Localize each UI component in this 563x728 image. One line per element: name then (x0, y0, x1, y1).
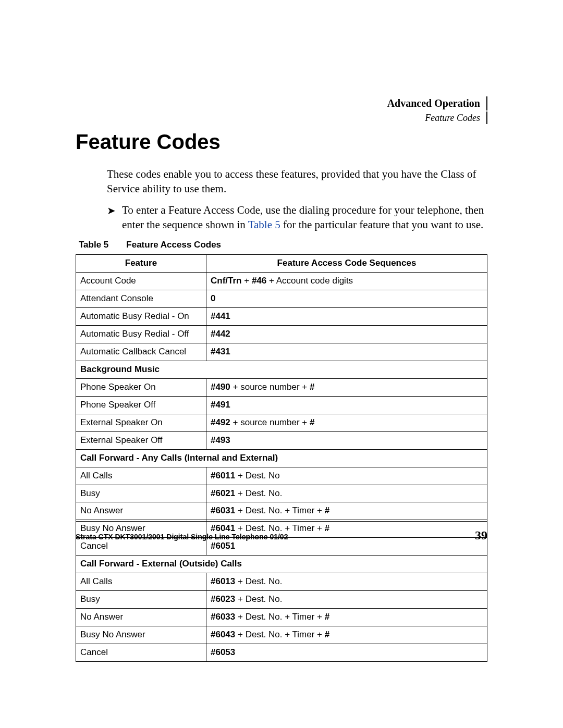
table-caption-label: Table 5 (79, 240, 108, 250)
feature-cell: External Speaker Off (76, 431, 206, 449)
feature-cell: No Answer (76, 609, 206, 626)
feature-cell: Cancel (76, 644, 206, 661)
table-section-header: Call Forward - External (Outside) Calls (76, 556, 487, 573)
th-sequence: Feature Access Code Sequences (206, 255, 487, 273)
sequence-cell: #6011 + Dest. No (206, 467, 487, 485)
table-row: Automatic Busy Redial - On#441 (76, 308, 487, 326)
table-row: Call Forward - External (Outside) Calls (76, 556, 487, 573)
sequence-cell: #6053 (206, 644, 487, 661)
sequence-cell: #6043 + Dest. No. + Timer + # (206, 626, 487, 644)
instruction-bullet: ➤ To enter a Feature Access Code, use th… (107, 203, 487, 232)
table-caption: Table 5Feature Access Codes (79, 239, 487, 251)
table-row: Automatic Callback Cancel#431 (76, 343, 487, 361)
table-row: No Answer#6033 + Dest. No. + Timer + # (76, 609, 487, 626)
page-title: Feature Codes (76, 128, 487, 156)
sequence-cell: #6033 + Dest. No. + Timer + # (206, 609, 487, 626)
sequence-cell: #6023 + Dest. No. (206, 591, 487, 609)
feature-cell: Automatic Busy Redial - Off (76, 326, 206, 343)
table-section-header: Background Music (76, 361, 487, 378)
table-row: Call Forward - Any Calls (Internal and E… (76, 449, 487, 467)
table-row: All Calls#6013 + Dest. No. (76, 573, 487, 591)
running-header: Advanced Operation Feature Codes (387, 96, 487, 124)
sequence-cell: #442 (206, 326, 487, 343)
table-section-header: Call Forward - Any Calls (Internal and E… (76, 449, 487, 467)
instruction-post: for the particular feature that you want… (280, 218, 484, 231)
table-row: External Speaker On#492 + source number … (76, 414, 487, 431)
instruction-text: To enter a Feature Access Code, use the … (122, 203, 487, 232)
intro-paragraph: These codes enable you to access these f… (107, 167, 487, 196)
sequence-cell: #6013 + Dest. No. (206, 573, 487, 591)
table-row: External Speaker Off#493 (76, 431, 487, 449)
table-row: All Calls#6011 + Dest. No (76, 467, 487, 485)
feature-cell: Attendant Console (76, 290, 206, 308)
sequence-cell: #492 + source number + # (206, 414, 487, 431)
feature-access-codes-table: Feature Feature Access Code Sequences Ac… (76, 254, 487, 662)
sequence-cell: #6031 + Dest. No. + Timer + # (206, 502, 487, 520)
sequence-cell: Cnf/Trn + #46 + Account code digits (206, 273, 487, 290)
table-row: Account CodeCnf/Trn + #46 + Account code… (76, 273, 487, 290)
table-row: Phone Speaker Off#491 (76, 396, 487, 414)
table-row: Busy No Answer#6043 + Dest. No. + Timer … (76, 626, 487, 644)
feature-cell: External Speaker On (76, 414, 206, 431)
running-header-chapter: Advanced Operation (387, 96, 487, 110)
feature-cell: Busy (76, 485, 206, 502)
table-row: Background Music (76, 361, 487, 378)
feature-cell: Phone Speaker Off (76, 396, 206, 414)
table-row: Cancel#6053 (76, 644, 487, 661)
sequence-cell: #491 (206, 396, 487, 414)
table-row: No Answer#6031 + Dest. No. + Timer + # (76, 502, 487, 520)
document-page: Advanced Operation Feature Codes Feature… (0, 0, 563, 728)
feature-cell: All Calls (76, 467, 206, 485)
table-row: Busy#6021 + Dest. No. (76, 485, 487, 502)
table-header-row: Feature Feature Access Code Sequences (76, 255, 487, 273)
feature-cell: Automatic Callback Cancel (76, 343, 206, 361)
feature-cell: Phone Speaker On (76, 378, 206, 396)
running-header-section: Feature Codes (387, 112, 487, 124)
th-feature: Feature (76, 255, 206, 273)
feature-cell: Busy (76, 591, 206, 609)
footer-doc-title: Strata CTX DKT3001/2001 Digital Single L… (76, 532, 288, 542)
table-row: Phone Speaker On#490 + source number + # (76, 378, 487, 396)
sequence-cell: #493 (206, 431, 487, 449)
page-footer: Strata CTX DKT3001/2001 Digital Single L… (76, 521, 487, 544)
sequence-cell: 0 (206, 290, 487, 308)
footer-page-number: 39 (475, 527, 487, 544)
sequence-cell: #431 (206, 343, 487, 361)
feature-cell: Automatic Busy Redial - On (76, 308, 206, 326)
table-caption-title: Feature Access Codes (126, 240, 221, 250)
arrow-icon: ➤ (107, 203, 116, 217)
sequence-cell: #441 (206, 308, 487, 326)
sequence-cell: #6021 + Dest. No. (206, 485, 487, 502)
feature-cell: Account Code (76, 273, 206, 290)
footer-rule (76, 521, 487, 522)
table-row: Attendant Console0 (76, 290, 487, 308)
feature-cell: No Answer (76, 502, 206, 520)
table-row: Automatic Busy Redial - Off#442 (76, 326, 487, 343)
feature-cell: Busy No Answer (76, 626, 206, 644)
feature-cell: All Calls (76, 573, 206, 591)
table-5-link[interactable]: Table 5 (248, 218, 280, 231)
table-row: Busy#6023 + Dest. No. (76, 591, 487, 609)
sequence-cell: #490 + source number + # (206, 378, 487, 396)
